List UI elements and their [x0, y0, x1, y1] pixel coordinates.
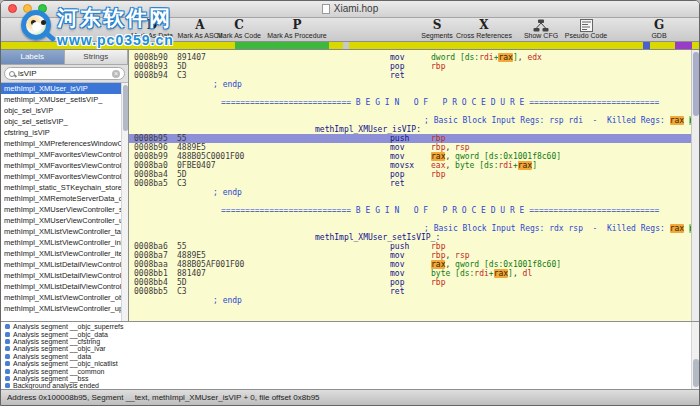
symbol-list-item[interactable]: methImpl_XMPreferencesWindowContr... — [1, 138, 128, 149]
address: 0008b93 — [134, 62, 177, 71]
nav-segment-4[interactable] — [349, 42, 644, 49]
basic-block-comment[interactable]: ; Basic Block Input Regs: rdx rsp - Kill… — [129, 224, 699, 233]
toolbar-button-mark-as-code[interactable]: CMark As Code — [217, 19, 261, 40]
disasm-scrollbar[interactable] — [691, 50, 699, 321]
toolbar-button-gdb[interactable]: GGDB — [637, 19, 681, 40]
log-scrollbar[interactable] — [691, 322, 699, 389]
symbol-list-item[interactable]: methImpl_XMUserViewController_settin... — [1, 204, 128, 215]
mnemonic: mov — [390, 269, 431, 278]
minimize-button[interactable] — [23, 4, 32, 13]
symbol-list-item[interactable]: objc_sel_setIsVIP_ — [1, 116, 128, 127]
disasm-line[interactable] — [129, 107, 699, 116]
sidebar: LabelsStrings isVIP × methImpl_XMUser_is… — [1, 50, 129, 321]
disasm-line[interactable]: 0008baa488B05AF001F00movrax, qword [ds:0… — [129, 260, 699, 269]
disasm-line[interactable] — [129, 89, 699, 98]
symbol-list-item[interactable]: objc_sel_isVIP — [1, 105, 128, 116]
toolbar-button-pseudo-code[interactable]: Pseudo Code — [561, 19, 611, 40]
log-text: Background analysis ended — [13, 382, 99, 389]
disasm-line[interactable] — [129, 215, 699, 224]
symbol-list-item[interactable]: methImpl_XMRemoteServerData_descri... — [1, 193, 128, 204]
symbol-list-item[interactable]: methImpl_XMFavoritesViewController_... — [1, 149, 128, 160]
toolbar: DMark As DataAMark As ASCIICMark As Code… — [1, 18, 699, 42]
procedure-label[interactable]: methImpl_XMUser_setIsVIP_: — [129, 233, 699, 242]
disasm-line[interactable]: 0008bb5C3ret — [129, 287, 699, 296]
toolbar-button-cross-references[interactable]: XCross References — [453, 19, 515, 40]
disasm-line[interactable]: 0008b935Dpoprbp — [129, 62, 699, 71]
symbol-list-item[interactable]: methImpl_XMListViewController_initOb... — [1, 237, 128, 248]
symbol-list-item[interactable]: methImpl_static_STKeychain_storeUse... — [1, 182, 128, 193]
symbol-list-item[interactable]: methImpl_XMListViewController_updat... — [1, 303, 128, 314]
symbol-list-item[interactable]: cfstring_isVIP — [1, 127, 128, 138]
nav-segment-0[interactable] — [1, 42, 235, 49]
symbol-list-item[interactable]: methImpl_XMListDetailViewController_... — [1, 259, 128, 270]
symbol-list-item[interactable]: methImpl_XMListViewController_tableV... — [1, 226, 128, 237]
disasm-line[interactable]: 0008ba655pushrbp — [129, 242, 699, 251]
nav-segment-7[interactable] — [675, 42, 692, 49]
mnemonic: mov — [390, 251, 431, 260]
clear-search-icon[interactable]: × — [112, 70, 120, 78]
disasm-line[interactable]: 0008ba74889E5movrbp, rsp — [129, 251, 699, 260]
symbol-list-item[interactable]: methImpl_XMListDetailViewController_... — [1, 270, 128, 281]
sidebar-scrollbar[interactable] — [121, 83, 128, 321]
disasm-line[interactable]: 0008ba00FBE0407movsxeax, byte [ds:rdi+ra… — [129, 161, 699, 170]
disasm-line[interactable] — [129, 197, 699, 206]
disasm-line[interactable]: 0008b9555pushrbp — [129, 134, 699, 143]
sidebar-tabs: LabelsStrings — [1, 50, 128, 65]
endp-comment[interactable]: ; endp — [129, 188, 699, 197]
close-button[interactable] — [8, 4, 17, 13]
disasm-line[interactable]: 0008b964889E5movrbp, rsp — [129, 143, 699, 152]
symbol-list-item[interactable]: methImpl_XMUserViewController_upda... — [1, 215, 128, 226]
titlebar[interactable]: Xiami.hop — [1, 1, 699, 18]
zoom-button[interactable] — [38, 4, 47, 13]
disassembly-view[interactable]: 0008b90891407movdword [ds:rdi+rax], edx0… — [129, 50, 699, 321]
symbol-list-item[interactable]: methImpl_XMUser_setIsVIP_ — [1, 94, 128, 105]
symbol-list-item[interactable]: methImpl_XMListViewController_obser... — [1, 292, 128, 303]
toolbar-button-show-cfg[interactable]: Show CFG — [519, 19, 563, 40]
mnemonic: ret — [390, 71, 431, 80]
mnemonic: push — [390, 242, 431, 251]
disasm-line[interactable]: 0008b90891407movdword [ds:rdi+rax], edx — [129, 53, 699, 62]
nav-segment-2[interactable] — [329, 42, 343, 49]
opcode-bytes: 488B05AF001F00 — [177, 260, 390, 269]
nav-segment-8[interactable] — [692, 42, 699, 49]
procedure-separator[interactable]: =========================== B E G I N O … — [129, 98, 699, 107]
symbol-list-item[interactable]: methImpl_XMUser_isVIP — [1, 83, 128, 94]
toolbar-label: Mark As Code — [217, 32, 261, 40]
endp-comment[interactable]: ; endp — [129, 80, 699, 89]
window-title: Xiami.hop — [1, 1, 699, 17]
symbol-list-item[interactable]: methImpl_XMListDetailViewController_... — [1, 281, 128, 292]
symbol-list-item[interactable]: methImpl_XMFavoritesViewController_... — [1, 160, 128, 171]
procedure-label[interactable]: methImpl_XMUser_isVIP: — [129, 125, 699, 134]
log-line: Analysis segment __common — [1, 367, 699, 374]
nav-segment-5[interactable] — [643, 42, 650, 49]
disasm-line[interactable]: 0008ba5C3ret — [129, 179, 699, 188]
nav-segment-1[interactable] — [235, 42, 329, 49]
search-input[interactable]: isVIP × — [4, 67, 125, 80]
sidebar-tab-labels[interactable]: Labels — [1, 50, 65, 64]
mnemonic: ret — [390, 287, 431, 296]
endp-comment[interactable]: ; endp — [129, 296, 699, 305]
disasm-scrollbar-thumb[interactable] — [693, 52, 699, 116]
log-text: Analysis segment __cfstring — [13, 338, 100, 345]
sidebar-scrollbar-thumb[interactable] — [123, 85, 128, 131]
symbol-list-item[interactable]: methImpl_XMListViewController_itemLi... — [1, 248, 128, 259]
symbol-list: methImpl_XMUser_isVIPmethImpl_XMUser_set… — [1, 83, 128, 321]
toolbar-button-mark-as-data[interactable]: DMark As Data — [129, 19, 175, 40]
log-line: Analysis segment __cfstring — [1, 338, 699, 345]
toolbar-button-mark-as-procedure[interactable]: PMark As Procedure — [263, 19, 331, 40]
disasm-line[interactable]: 0008bb45Dpoprbp — [129, 278, 699, 287]
basic-block-comment[interactable]: ; Basic Block Input Regs: rsp rdi - Kill… — [129, 116, 699, 125]
segment-navigation-bar[interactable] — [1, 42, 699, 50]
disasm-line[interactable]: 0008ba45Dpoprbp — [129, 170, 699, 179]
symbol-list-item[interactable]: methImpl_XMFavoritesViewController_... — [1, 171, 128, 182]
sidebar-tab-strings[interactable]: Strings — [65, 50, 129, 64]
pseudo-code-icon — [561, 19, 611, 32]
procedure-separator[interactable]: =========================== B E G I N O … — [129, 206, 699, 215]
disasm-line[interactable]: 0008b99488B05C0001F00movrax, qword [ds:0… — [129, 152, 699, 161]
disasm-line[interactable]: 0008bb1881407movbyte [ds:rdi+rax], dl — [129, 269, 699, 278]
log-text: Analysis segment __objc_superrefs — [13, 323, 124, 330]
log-scrollbar-thumb[interactable] — [693, 359, 699, 387]
document-icon — [322, 4, 330, 14]
nav-segment-6[interactable] — [650, 42, 674, 49]
disasm-line[interactable]: 0008b94C3ret — [129, 71, 699, 80]
